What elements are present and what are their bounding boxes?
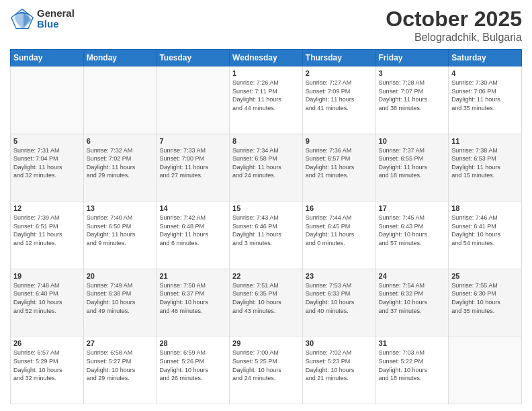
- day-info: Sunrise: 7:30 AM Sunset: 7:06 PM Dayligh…: [451, 79, 519, 112]
- title-block: October 2025 Belogradchik, Bulgaria: [386, 7, 522, 44]
- day-cell: 28Sunrise: 6:59 AM Sunset: 5:26 PM Dayli…: [157, 336, 230, 404]
- logo-icon: [10, 7, 34, 31]
- day-cell: 8Sunrise: 7:34 AM Sunset: 6:58 PM Daylig…: [230, 134, 303, 201]
- day-cell: 24Sunrise: 7:54 AM Sunset: 6:32 PM Dayli…: [375, 269, 449, 336]
- calendar-title: October 2025: [386, 7, 522, 32]
- day-number: 10: [379, 137, 446, 145]
- day-info: Sunrise: 7:46 AM Sunset: 6:41 PM Dayligh…: [451, 214, 519, 247]
- day-number: 22: [232, 272, 300, 280]
- day-info: Sunrise: 7:48 AM Sunset: 6:40 PM Dayligh…: [13, 281, 81, 315]
- day-header-sunday: Sunday: [11, 50, 84, 66]
- day-number: 19: [13, 272, 81, 280]
- day-number: 24: [379, 272, 446, 280]
- day-number: 28: [159, 339, 226, 347]
- day-number: 23: [306, 272, 373, 280]
- day-info: Sunrise: 7:51 AM Sunset: 6:35 PM Dayligh…: [232, 281, 300, 315]
- day-cell: [11, 66, 84, 134]
- day-info: Sunrise: 7:45 AM Sunset: 6:43 PM Dayligh…: [379, 214, 446, 247]
- day-number: 17: [379, 204, 446, 212]
- day-info: Sunrise: 7:36 AM Sunset: 6:57 PM Dayligh…: [306, 146, 373, 180]
- day-info: Sunrise: 6:58 AM Sunset: 5:27 PM Dayligh…: [87, 349, 154, 382]
- calendar-subtitle: Belogradchik, Bulgaria: [386, 32, 522, 44]
- header: General Blue October 2025 Belogradchik, …: [10, 7, 522, 44]
- day-number: 30: [306, 339, 373, 347]
- day-number: 1: [232, 69, 300, 77]
- day-info: Sunrise: 7:39 AM Sunset: 6:51 PM Dayligh…: [13, 214, 81, 247]
- day-cell: 18Sunrise: 7:46 AM Sunset: 6:41 PM Dayli…: [449, 201, 522, 269]
- day-cell: [449, 336, 522, 404]
- day-info: Sunrise: 7:44 AM Sunset: 6:45 PM Dayligh…: [306, 214, 373, 247]
- logo-text: General Blue: [37, 8, 75, 30]
- day-cell: 23Sunrise: 7:53 AM Sunset: 6:33 PM Dayli…: [302, 269, 375, 336]
- day-info: Sunrise: 7:26 AM Sunset: 7:11 PM Dayligh…: [232, 79, 300, 112]
- day-info: Sunrise: 7:38 AM Sunset: 6:53 PM Dayligh…: [451, 146, 519, 180]
- logo: General Blue: [10, 7, 75, 31]
- day-cell: [157, 66, 230, 134]
- day-number: 7: [159, 137, 226, 145]
- week-row-2: 5Sunrise: 7:31 AM Sunset: 7:04 PM Daylig…: [11, 134, 522, 201]
- day-cell: 20Sunrise: 7:49 AM Sunset: 6:38 PM Dayli…: [83, 269, 157, 336]
- day-info: Sunrise: 7:28 AM Sunset: 7:07 PM Dayligh…: [379, 79, 446, 112]
- week-row-3: 12Sunrise: 7:39 AM Sunset: 6:51 PM Dayli…: [11, 201, 522, 269]
- day-cell: 29Sunrise: 7:00 AM Sunset: 5:25 PM Dayli…: [230, 336, 303, 404]
- day-info: Sunrise: 7:54 AM Sunset: 6:32 PM Dayligh…: [379, 281, 446, 315]
- day-cell: 9Sunrise: 7:36 AM Sunset: 6:57 PM Daylig…: [302, 134, 375, 201]
- day-number: 13: [87, 204, 154, 212]
- day-cell: 27Sunrise: 6:58 AM Sunset: 5:27 PM Dayli…: [83, 336, 157, 404]
- day-number: 25: [451, 272, 519, 280]
- day-header-thursday: Thursday: [302, 50, 375, 66]
- day-cell: 2Sunrise: 7:27 AM Sunset: 7:09 PM Daylig…: [302, 66, 375, 134]
- day-info: Sunrise: 7:49 AM Sunset: 6:38 PM Dayligh…: [87, 281, 154, 315]
- day-info: Sunrise: 7:42 AM Sunset: 6:48 PM Dayligh…: [159, 214, 226, 247]
- day-cell: 22Sunrise: 7:51 AM Sunset: 6:35 PM Dayli…: [230, 269, 303, 336]
- day-header-wednesday: Wednesday: [230, 50, 303, 66]
- week-row-5: 26Sunrise: 6:57 AM Sunset: 5:29 PM Dayli…: [11, 336, 522, 404]
- day-number: 31: [379, 339, 446, 347]
- day-header-saturday: Saturday: [449, 50, 522, 66]
- day-header-tuesday: Tuesday: [157, 50, 230, 66]
- day-cell: 14Sunrise: 7:42 AM Sunset: 6:48 PM Dayli…: [157, 201, 230, 269]
- day-number: 2: [306, 69, 373, 77]
- day-info: Sunrise: 7:33 AM Sunset: 7:00 PM Dayligh…: [159, 146, 226, 180]
- day-info: Sunrise: 7:37 AM Sunset: 6:55 PM Dayligh…: [379, 146, 446, 180]
- day-info: Sunrise: 7:27 AM Sunset: 7:09 PM Dayligh…: [306, 79, 373, 112]
- day-cell: [83, 66, 157, 134]
- day-cell: 25Sunrise: 7:55 AM Sunset: 6:30 PM Dayli…: [449, 269, 522, 336]
- day-info: Sunrise: 7:34 AM Sunset: 6:58 PM Dayligh…: [232, 146, 300, 180]
- day-info: Sunrise: 7:31 AM Sunset: 7:04 PM Dayligh…: [13, 146, 81, 180]
- day-cell: 30Sunrise: 7:02 AM Sunset: 5:23 PM Dayli…: [302, 336, 375, 404]
- day-cell: 6Sunrise: 7:32 AM Sunset: 7:02 PM Daylig…: [83, 134, 157, 201]
- day-info: Sunrise: 7:40 AM Sunset: 6:50 PM Dayligh…: [87, 214, 154, 247]
- day-cell: 4Sunrise: 7:30 AM Sunset: 7:06 PM Daylig…: [449, 66, 522, 134]
- day-cell: 31Sunrise: 7:03 AM Sunset: 5:22 PM Dayli…: [375, 336, 449, 404]
- day-header-friday: Friday: [375, 50, 449, 66]
- day-cell: 19Sunrise: 7:48 AM Sunset: 6:40 PM Dayli…: [11, 269, 84, 336]
- day-number: 26: [13, 339, 81, 347]
- day-number: 9: [306, 137, 373, 145]
- day-info: Sunrise: 7:00 AM Sunset: 5:25 PM Dayligh…: [232, 349, 300, 382]
- week-row-1: 1Sunrise: 7:26 AM Sunset: 7:11 PM Daylig…: [11, 66, 522, 134]
- day-cell: 7Sunrise: 7:33 AM Sunset: 7:00 PM Daylig…: [157, 134, 230, 201]
- day-number: 14: [159, 204, 226, 212]
- day-info: Sunrise: 7:02 AM Sunset: 5:23 PM Dayligh…: [306, 349, 373, 382]
- day-cell: 5Sunrise: 7:31 AM Sunset: 7:04 PM Daylig…: [11, 134, 84, 201]
- calendar-table: SundayMondayTuesdayWednesdayThursdayFrid…: [10, 49, 522, 404]
- day-info: Sunrise: 7:55 AM Sunset: 6:30 PM Dayligh…: [451, 281, 519, 315]
- day-cell: 21Sunrise: 7:50 AM Sunset: 6:37 PM Dayli…: [157, 269, 230, 336]
- day-number: 29: [232, 339, 300, 347]
- day-cell: 3Sunrise: 7:28 AM Sunset: 7:07 PM Daylig…: [375, 66, 449, 134]
- day-number: 15: [232, 204, 300, 212]
- day-cell: 13Sunrise: 7:40 AM Sunset: 6:50 PM Dayli…: [83, 201, 157, 269]
- day-number: 5: [13, 137, 81, 145]
- day-info: Sunrise: 7:53 AM Sunset: 6:33 PM Dayligh…: [306, 281, 373, 315]
- day-number: 12: [13, 204, 81, 212]
- day-info: Sunrise: 7:03 AM Sunset: 5:22 PM Dayligh…: [379, 349, 446, 382]
- day-number: 11: [451, 137, 519, 145]
- day-cell: 11Sunrise: 7:38 AM Sunset: 6:53 PM Dayli…: [449, 134, 522, 201]
- day-cell: 17Sunrise: 7:45 AM Sunset: 6:43 PM Dayli…: [375, 201, 449, 269]
- day-number: 8: [232, 137, 300, 145]
- day-cell: 16Sunrise: 7:44 AM Sunset: 6:45 PM Dayli…: [302, 201, 375, 269]
- logo-blue-text: Blue: [37, 19, 75, 30]
- day-number: 21: [159, 272, 226, 280]
- day-number: 27: [87, 339, 154, 347]
